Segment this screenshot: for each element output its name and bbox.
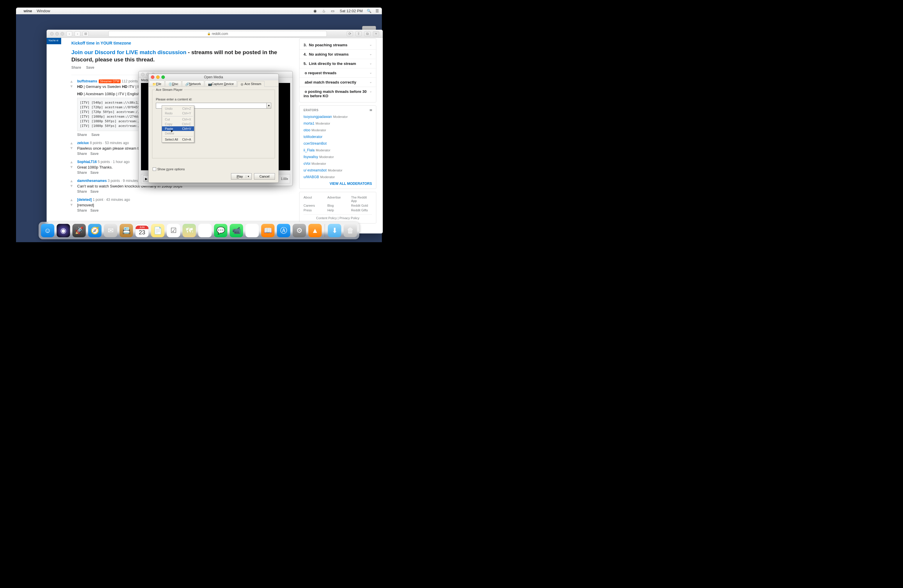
rule-item[interactable]: 4. No asking for streams⌄: [299, 50, 376, 59]
comment-user[interactable]: SophiaLT16: [77, 160, 97, 164]
show-more-options[interactable]: Show more options: [153, 167, 185, 171]
back-button[interactable]: ‹: [66, 31, 72, 36]
downvote-icon[interactable]: ▼: [69, 84, 73, 88]
dock-downloads-icon[interactable]: ⬇: [328, 224, 341, 237]
tabs-button[interactable]: ⧉: [364, 31, 371, 36]
dock-preferences-icon[interactable]: ⚙: [293, 224, 306, 237]
share-button[interactable]: ⇪: [356, 31, 362, 36]
window-controls[interactable]: [50, 32, 64, 36]
view-all-mods[interactable]: VIEW ALL MODERATORS: [304, 182, 372, 186]
comment-share[interactable]: Share: [77, 190, 87, 194]
comment-save[interactable]: Save: [90, 152, 98, 156]
dock-finder-icon[interactable]: ☺: [41, 224, 55, 237]
comment-save[interactable]: Save: [90, 190, 98, 194]
ctx-paste[interactable]: PasteCtrl+V: [162, 126, 194, 131]
discord-link[interactable]: Join our Discord for LIVE match discussi…: [71, 49, 186, 55]
moderator-link[interactable]: otooModerator: [304, 128, 372, 132]
footer-link[interactable]: Press: [304, 209, 324, 212]
footer-link[interactable]: Reddit Gifts: [351, 209, 372, 212]
comment-share[interactable]: Share: [77, 152, 87, 156]
upvote-icon[interactable]: ▲: [69, 179, 73, 183]
rule-item[interactable]: 3. No poaching streams⌄: [299, 41, 376, 50]
moderator-link[interactable]: tsoyoungpadawanModerator: [304, 115, 372, 119]
play-dropdown-icon[interactable]: ▼: [246, 175, 250, 178]
comment-user[interactable]: buffstreams: [77, 79, 97, 83]
notifications-icon[interactable]: ☰: [376, 9, 379, 13]
dock-ibooks-icon[interactable]: 📖: [261, 224, 275, 237]
post-save[interactable]: Save: [86, 66, 94, 70]
dock-vlc-icon[interactable]: ▲: [308, 224, 322, 237]
rule-item[interactable]: abel match threads correctly⌄: [299, 78, 376, 87]
status-icon-2[interactable]: ♨: [322, 9, 327, 13]
tab-file[interactable]: 📁File: [149, 81, 165, 86]
comment-user[interactable]: [deleted]: [77, 198, 92, 202]
dock-messages-icon[interactable]: 💬: [214, 224, 228, 237]
comment-save[interactable]: Save: [91, 133, 100, 137]
dock-mail-icon[interactable]: ✉: [104, 224, 117, 237]
comment-user[interactable]: damnthesenames: [77, 179, 107, 183]
footer-link[interactable]: The Reddit App: [351, 196, 372, 202]
reload-button[interactable]: ⟳: [347, 31, 353, 36]
rule-item[interactable]: 5. Link directly to the stream⌄: [299, 59, 376, 68]
comment-save[interactable]: Save: [90, 171, 98, 175]
post-link-kickoff[interactable]: Kickoff time in YOUR timezone: [71, 41, 280, 45]
moderator-link[interactable]: morta1Moderator: [304, 121, 372, 125]
dock-maps-icon[interactable]: 🗺: [182, 224, 196, 237]
cancel-button[interactable]: Cancel: [254, 173, 275, 180]
footer-link[interactable]: Blog: [327, 204, 348, 207]
rule-item[interactable]: o posting match threads before 30 ins be…: [299, 87, 376, 100]
moderator-link[interactable]: ii_FlalaModerator: [304, 148, 372, 152]
footer-link[interactable]: About: [304, 196, 324, 202]
dock-notes-icon[interactable]: 📄: [151, 224, 165, 237]
ctx-select-all[interactable]: Select AllCtrl+A: [162, 137, 194, 142]
comment-share[interactable]: Share: [77, 133, 87, 137]
dock-facetime-icon[interactable]: 📹: [230, 224, 243, 237]
upvote-icon[interactable]: ▲: [69, 160, 73, 164]
moderator-link[interactable]: u/MABGBModerator: [304, 175, 372, 179]
moderator-link[interactable]: u/ estreamsbotModerator: [304, 168, 372, 172]
tab-disc[interactable]: 💿Disc: [165, 81, 181, 86]
dock-trash-icon[interactable]: 🗑: [344, 224, 357, 237]
dock-photos-icon[interactable]: 🏞: [198, 224, 212, 237]
upvote-icon[interactable]: ▲: [69, 79, 73, 83]
dock-reminders-icon[interactable]: ☑: [167, 224, 180, 237]
dock-siri-icon[interactable]: ◉: [57, 224, 70, 237]
downvote-icon[interactable]: ▼: [69, 183, 73, 188]
dock-safari-icon[interactable]: 🧭: [88, 224, 102, 237]
moderator-link[interactable]: ccerStreamBot: [304, 141, 372, 146]
comment-share[interactable]: Share: [77, 171, 87, 175]
dock-calendar-icon[interactable]: JUN 23: [135, 224, 149, 237]
combobox-arrow-icon[interactable]: ▼: [266, 103, 271, 108]
app-menu[interactable]: wine: [24, 9, 32, 13]
footer-link[interactable]: Help: [327, 209, 348, 212]
upvote-icon[interactable]: ▲: [69, 198, 73, 202]
comment-share[interactable]: Share: [77, 209, 87, 213]
post-share[interactable]: Share: [71, 66, 81, 70]
spotlight-icon[interactable]: 🔍: [367, 9, 371, 13]
moderator-link[interactable]: llsywallsyModerator: [304, 155, 372, 159]
status-icon-1[interactable]: ◉: [313, 9, 318, 13]
downvote-icon[interactable]: ▼: [69, 146, 73, 150]
forward-button[interactable]: ›: [75, 31, 80, 36]
downvote-icon[interactable]: ▼: [69, 202, 73, 207]
moderator-link[interactable]: toModerator: [304, 135, 372, 139]
tab-capture[interactable]: 📷Capture Device: [205, 81, 237, 86]
dock-appstore-icon[interactable]: Ⓐ: [277, 224, 290, 237]
upvote-icon[interactable]: ▲: [69, 141, 73, 145]
downvote-icon[interactable]: ▼: [69, 165, 73, 169]
dock-contacts-icon[interactable]: 📇: [120, 224, 133, 237]
footer-link[interactable]: Advertise: [327, 196, 348, 202]
address-bar[interactable]: 🔒 reddit.com: [109, 31, 327, 37]
footer-link[interactable]: Reddit Gold: [351, 204, 372, 207]
dock-itunes-icon[interactable]: ♪: [245, 224, 259, 237]
new-tab-button[interactable]: +: [373, 31, 379, 36]
dialog-titlebar[interactable]: Open Media: [149, 74, 278, 80]
footer-link[interactable]: Careers: [304, 204, 324, 207]
moderator-link[interactable]: oVoiModerator: [304, 162, 372, 166]
tab-network[interactable]: 🔗Network: [182, 81, 204, 86]
window-menu[interactable]: Window: [37, 9, 50, 13]
sidebar-button[interactable]: ▥: [83, 31, 88, 36]
more-options-checkbox[interactable]: [153, 167, 156, 171]
comment-user[interactable]: zelciux: [77, 141, 89, 145]
footer-policies[interactable]: Content Policy | Privacy Policy: [304, 214, 372, 220]
